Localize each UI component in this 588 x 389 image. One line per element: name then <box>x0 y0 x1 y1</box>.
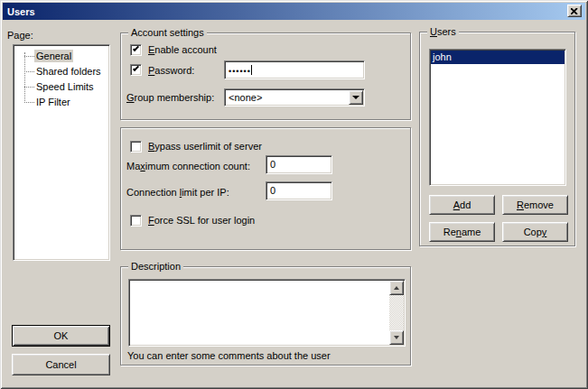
user-list-item[interactable]: john <box>431 51 565 64</box>
max-connection-count-input[interactable]: 0 <box>266 155 332 174</box>
tree-item-shared-folders[interactable]: Shared folders <box>14 64 109 79</box>
rename-button-label: Rename <box>443 227 481 237</box>
bypass-userlimit-label: Bypass userlimit of server <box>148 141 262 153</box>
cancel-button-label: Cancel <box>45 359 76 370</box>
connection-limits-group: Bypass userlimit of server Maximum conne… <box>120 127 411 250</box>
bypass-userlimit-checkbox[interactable] <box>130 141 142 153</box>
check-icon <box>133 65 139 71</box>
group-membership-value: <none> <box>229 92 262 103</box>
scroll-down-button[interactable] <box>389 330 404 345</box>
tree-item-label[interactable]: Speed Limits <box>34 80 96 93</box>
page-tree[interactable]: General Shared folders Speed Limits IP F… <box>13 44 110 261</box>
tree-item-label[interactable]: IP Filter <box>34 96 72 108</box>
description-title: Description <box>128 261 183 272</box>
remove-button-label: Remove <box>517 199 554 210</box>
text-cursor <box>251 65 252 75</box>
cancel-button[interactable]: Cancel <box>12 354 110 375</box>
password-input[interactable]: •••••• <box>224 60 365 79</box>
tree-item-label[interactable]: Shared folders <box>34 65 103 78</box>
add-button[interactable]: Add <box>429 195 495 215</box>
combo-dropdown-button[interactable] <box>349 90 363 105</box>
connection-limit-per-ip-input[interactable]: 0 <box>266 181 332 200</box>
enable-account-label: Enable account <box>148 44 217 56</box>
connection-limit-per-ip-label: Connection limit per IP: <box>126 187 229 199</box>
group-membership-select[interactable]: <none> <box>224 88 365 107</box>
connection-limit-per-ip-value: 0 <box>270 185 275 196</box>
max-connection-count-label: Maximum connection count: <box>126 161 250 172</box>
tree-item-label[interactable]: General <box>34 50 73 62</box>
password-checkbox[interactable] <box>130 64 142 76</box>
chevron-up-icon <box>394 283 399 290</box>
description-scrollbar[interactable] <box>389 281 404 345</box>
page-label: Page: <box>7 30 33 42</box>
copy-button[interactable]: Copy <box>502 222 568 242</box>
users-dialog: Users Page: General Shared folders Speed… <box>0 0 588 389</box>
tree-item-speed-limits[interactable]: Speed Limits <box>14 79 109 94</box>
password-masked-value: •••••• <box>229 67 251 76</box>
check-icon <box>133 45 139 51</box>
chevron-down-icon <box>394 336 399 342</box>
remove-button[interactable]: Remove <box>502 195 568 215</box>
ok-button[interactable]: OK <box>12 325 110 347</box>
max-connection-count-value: 0 <box>270 159 275 170</box>
close-button[interactable] <box>567 5 582 17</box>
rename-button[interactable]: Rename <box>429 222 495 242</box>
add-button-label: Add <box>453 199 471 210</box>
group-membership-label: Group membership: <box>126 92 214 104</box>
tree-item-general[interactable]: General <box>14 49 109 63</box>
description-textarea[interactable] <box>128 279 406 347</box>
users-group: Users john Add Remove Rename Copy <box>419 32 575 246</box>
description-group: Description You can enter some comments … <box>120 266 411 366</box>
users-group-title: Users <box>427 26 459 37</box>
tree-item-ip-filter[interactable]: IP Filter <box>14 95 109 109</box>
account-settings-group: Account settings Enable account Password… <box>120 32 411 120</box>
scroll-up-button[interactable] <box>389 281 404 295</box>
account-settings-title: Account settings <box>128 27 207 38</box>
chevron-down-icon <box>352 96 359 103</box>
force-ssl-checkbox[interactable] <box>130 215 142 227</box>
enable-account-checkbox[interactable] <box>130 44 142 56</box>
x-icon <box>571 8 578 14</box>
titlebar[interactable]: Users <box>3 3 585 20</box>
description-hint: You can enter some comments about the us… <box>127 350 331 362</box>
password-label: Password: <box>148 65 194 77</box>
force-ssl-label: Force SSL for user login <box>148 215 255 227</box>
ok-button-label: OK <box>54 330 69 341</box>
copy-button-label: Copy <box>524 227 547 237</box>
users-listbox[interactable]: john <box>429 49 566 186</box>
window-title: Users <box>3 6 35 17</box>
